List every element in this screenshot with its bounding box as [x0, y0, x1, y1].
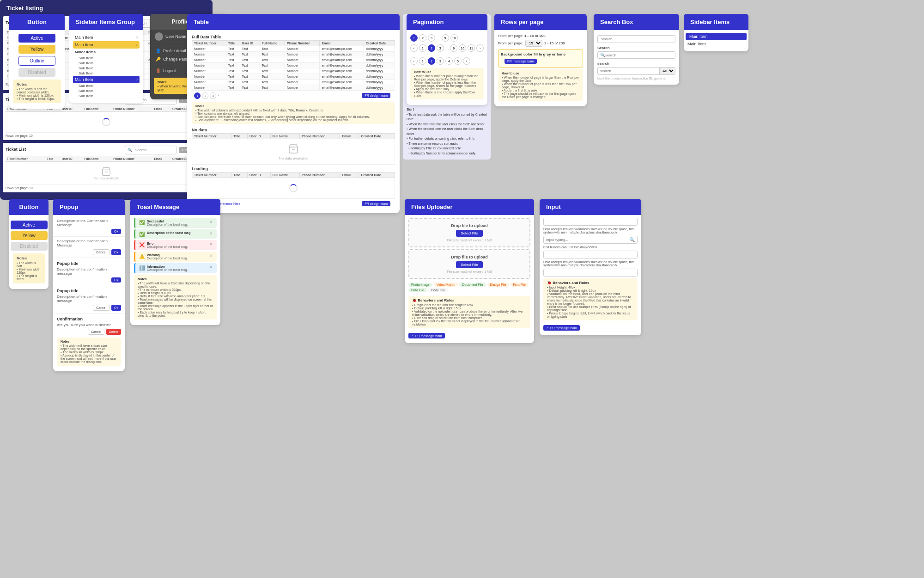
popup-delete-btn[interactable]: Delete	[106, 329, 121, 335]
input-field-3[interactable]	[543, 251, 638, 258]
page-prev2[interactable]: ‹	[410, 57, 418, 65]
page-btn-a[interactable]: 1	[419, 44, 426, 52]
search-with-icon[interactable]: 🔍	[597, 51, 675, 59]
from-page-label: From per page: 1 - 15 of 200	[494, 33, 587, 39]
popup-cancel-btn3[interactable]: Cancel	[88, 329, 104, 335]
toast-close2[interactable]: ✕	[209, 231, 213, 236]
page-prev[interactable]: ‹	[410, 44, 418, 52]
page-btn-c[interactable]: 3	[437, 44, 444, 52]
toast-warning: ⚠️ Warning Description of the toast msg.…	[134, 252, 217, 262]
btn-b-yellow[interactable]: Yellow	[11, 231, 48, 240]
search-input-basic[interactable]	[597, 35, 675, 43]
select-file-btn-2[interactable]: Select File	[456, 261, 482, 268]
ticket-table-loading: Ticket NumberTitleUser IDFull NamePhone …	[6, 106, 207, 133]
page-next[interactable]: ›	[476, 44, 484, 52]
upload-zone-1[interactable]: Drop file to upload Select File File siz…	[408, 218, 530, 247]
btn-b-active[interactable]: Active	[11, 221, 48, 229]
person-icon: 👤	[156, 49, 161, 53]
toast-success2: ✅ Description of the toast msg. ✕	[134, 229, 217, 239]
popup-ok-btn1[interactable]: Ok	[111, 229, 121, 234]
btn-b-disabled: Disabled	[11, 242, 48, 251]
key-icon: 🔑	[156, 57, 161, 61]
tag-code: Code File	[428, 288, 448, 292]
loading-pr-design-btn[interactable]: PR design team	[362, 201, 390, 206]
popup-cancel-btn2[interactable]: Cancel	[93, 305, 109, 311]
page-g[interactable]: 1	[419, 57, 426, 65]
toast-success-desc: Description of the toast msg.	[147, 223, 188, 226]
search-input-icon[interactable]	[605, 53, 673, 57]
input-with-icon-row[interactable]: 🔍	[543, 236, 638, 244]
rows-select-1[interactable]: 101520	[525, 40, 542, 47]
select-file-btn-1[interactable]: Select File	[456, 230, 482, 237]
popup-btn-row4: Cancel Ok	[53, 304, 125, 312]
toast-close5[interactable]: ✕	[209, 265, 213, 270]
popup-ok-btn4[interactable]: Ok	[111, 305, 121, 311]
sidebar-sub-group2: Sub ItemSub ItemSub Item	[73, 83, 140, 98]
input-field-typing[interactable]	[546, 238, 629, 242]
table-pr-design-btn[interactable]: PR design team	[362, 93, 390, 98]
pagination-notes: How to use • When the number of page is …	[410, 68, 484, 99]
sidebar-items-card: Sidebar Items Main Item Main Item	[684, 14, 748, 51]
files-pr-msg-badge: ✓ PR message team	[408, 333, 445, 338]
ticket-search-3[interactable]	[132, 147, 174, 153]
input-card-header: Input	[540, 199, 641, 215]
page-btn-9[interactable]: 9	[442, 34, 449, 42]
toast-close1[interactable]: ✕	[209, 220, 213, 224]
page-btn-b[interactable]: 2	[428, 44, 435, 52]
sidebar-item-active[interactable]: Main Item›	[73, 76, 140, 83]
sidebar-main-item-active[interactable]: Main Item	[686, 33, 747, 40]
tag-data: Data File	[408, 288, 427, 292]
input-field-1[interactable]	[543, 218, 638, 226]
loading-spinner	[289, 184, 298, 192]
sidebar-sub-group1: Sub ItemSub ItemSub ItemSub Item	[73, 55, 140, 76]
popup-cancel-btn1[interactable]: Cancel	[93, 249, 109, 255]
sidebar-item-main1[interactable]: Main Item›	[73, 34, 140, 41]
popup-desc2: Description of the Confirmation Message	[53, 238, 125, 248]
page-btn-10[interactable]: 10	[450, 34, 458, 42]
files-uploader-card: Files Uploader Drop file to upload Selec…	[405, 199, 534, 343]
search-icon: 🔍	[600, 53, 605, 57]
page-btn-3[interactable]: 3	[428, 34, 435, 42]
page-i[interactable]: 3	[437, 57, 444, 65]
no-data-table-label: No data	[187, 126, 400, 133]
popup-ok-btn3[interactable]: Ok	[111, 277, 121, 283]
input-field-4[interactable]	[543, 269, 638, 277]
toast-success2-title: Description of the toast msg.	[147, 231, 191, 234]
button-card-header: Button	[9, 14, 65, 30]
input-label-3: Data accepts left-join validations such …	[540, 259, 641, 268]
sidebar-items-header: Sidebar Items	[684, 14, 748, 30]
button-card-b-header: Button	[9, 199, 49, 215]
search-select[interactable]: All	[659, 68, 675, 74]
search-input-combo[interactable]	[598, 68, 659, 74]
page-next2[interactable]: ›	[463, 57, 470, 65]
page-btn-1[interactable]: 1	[410, 34, 418, 42]
popup-ok-btn2[interactable]: Ok	[111, 249, 121, 255]
page-btn-2[interactable]: 2	[419, 34, 426, 42]
toast-close4[interactable]: ✕	[209, 253, 213, 258]
table-card: Table Full Data Table Ticket NumberTitle…	[187, 14, 400, 213]
popup-btn-row1: Ok	[53, 228, 125, 235]
page-btn-f[interactable]: 11	[468, 44, 475, 52]
page-j[interactable]: 4	[445, 57, 453, 65]
ticket-empty-state: No data available	[7, 163, 206, 184]
search-basic-row	[594, 33, 679, 44]
sidebar-main-item-2[interactable]: Main Item	[684, 40, 748, 48]
no-data-table: Ticket NumberTitleUser IDFull NamePhone …	[192, 133, 395, 165]
check-icon: ✓	[411, 334, 414, 338]
btn-outline[interactable]: Outline	[18, 56, 55, 66]
page-btn-d[interactable]: 9	[450, 44, 457, 52]
page-btn-e[interactable]: 10	[459, 44, 466, 52]
btn-yellow[interactable]: Yellow	[18, 45, 55, 54]
toast-close3[interactable]: ✕	[209, 242, 213, 246]
sidebar-item-yellow[interactable]: Main Item›	[73, 41, 140, 49]
page-k[interactable]: 5	[454, 57, 462, 65]
full-data-table-label: Full Data Table	[187, 33, 400, 40]
toast-notes: Notes • The width will have a fixed size…	[134, 275, 217, 320]
page-h[interactable]: 2	[428, 57, 435, 65]
logout-icon: 🚪	[156, 68, 161, 73]
rows-pr-msg-btn[interactable]: PR message team	[505, 59, 537, 64]
btn-active[interactable]: Active	[18, 34, 55, 43]
ticket-table-empty: Ticket NumberTitleUser IDFull NamePhone …	[6, 156, 207, 185]
upload-zone-2[interactable]: Drop file to upload Select File File siz…	[408, 249, 530, 279]
toast-info-desc: Description of the toast msg.	[147, 268, 188, 271]
